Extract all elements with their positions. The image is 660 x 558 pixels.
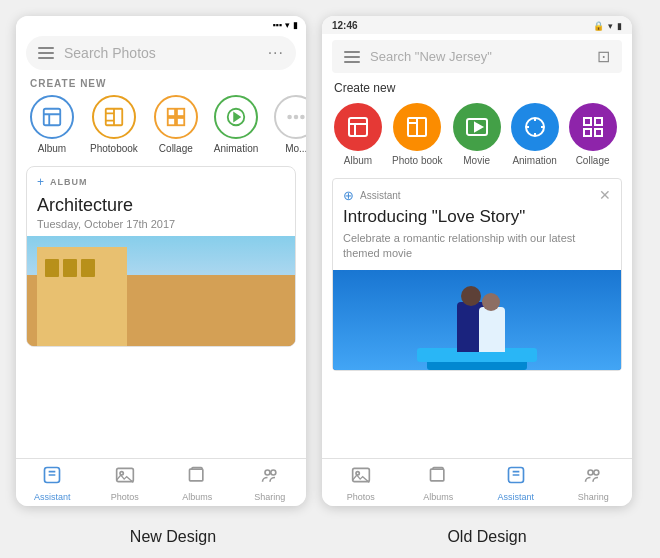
nd-nav-albums-label: Albums (182, 492, 212, 502)
nd-create-animation[interactable]: Animation (214, 95, 258, 154)
building-right (225, 286, 275, 346)
battery-icon: ▮ (617, 21, 622, 31)
nd-photobook-label: Photobook (90, 143, 138, 154)
nd-create-collage[interactable]: Collage (154, 95, 198, 154)
od-movie-label: Movie (463, 155, 490, 166)
nd-album-date: Tuesday, October 17th 2017 (27, 218, 295, 236)
od-assistant-desc: Celebrate a romantic relationship with o… (333, 231, 621, 270)
cast-icon[interactable]: ⊡ (597, 47, 610, 66)
od-assistant-tag: Assistant (360, 190, 401, 201)
svg-point-10 (289, 116, 292, 119)
od-nav-photos-label: Photos (347, 492, 375, 502)
svg-rect-31 (595, 129, 602, 136)
nd-nav-albums[interactable]: Albums (161, 465, 234, 502)
albums-nav-icon (187, 465, 207, 490)
window (45, 259, 59, 277)
od-sharing-nav-icon (583, 465, 603, 490)
svg-point-19 (265, 470, 270, 475)
window (63, 259, 77, 277)
sharing-nav-icon (260, 465, 280, 490)
animation-icon (214, 95, 258, 139)
svg-point-11 (295, 116, 298, 119)
nd-album-card[interactable]: + ALBUM Architecture Tuesday, October 17… (26, 166, 296, 347)
photobook-icon (92, 95, 136, 139)
nd-status-icons: ▪▪▪ ▾ ▮ (272, 20, 298, 30)
od-person1-head (461, 286, 481, 306)
od-nav-sharing[interactable]: Sharing (555, 465, 633, 502)
collage-icon (154, 95, 198, 139)
od-album-icon (334, 103, 382, 151)
nd-album-tag: ALBUM (50, 177, 88, 187)
svg-rect-0 (44, 109, 61, 126)
od-assistant-header: ⊕ Assistant ✕ (333, 179, 621, 207)
od-photos-nav-icon (351, 465, 371, 490)
od-status-icons: 🔒 ▾ ▮ (593, 21, 622, 31)
lock-icon: 🔒 (593, 21, 604, 31)
more-icon[interactable]: ··· (268, 44, 284, 62)
windows (37, 255, 127, 281)
main-container: ▪▪▪ ▾ ▮ Search Photos ··· CREATE NEW Alb… (0, 0, 660, 522)
od-nav-photos[interactable]: Photos (322, 465, 400, 502)
od-create-movie[interactable]: Movie (453, 103, 501, 166)
od-assistant-card[interactable]: ⊕ Assistant ✕ Introducing "Love Story" C… (332, 178, 622, 371)
od-create-photobook[interactable]: Photo book (392, 103, 443, 166)
nd-collage-label: Collage (159, 143, 193, 154)
od-search-bar[interactable]: Search "New Jersey" ⊡ (332, 40, 622, 73)
od-create-album[interactable]: Album (334, 103, 382, 166)
window (81, 259, 95, 277)
nd-create-photobook[interactable]: Photobook (90, 95, 138, 154)
battery-icon: ▮ (293, 20, 298, 30)
nd-nav-sharing-label: Sharing (254, 492, 285, 502)
od-person2-head (482, 293, 500, 311)
album-icon (30, 95, 74, 139)
od-albums-nav-icon (428, 465, 448, 490)
svg-point-39 (594, 470, 599, 475)
od-scene (333, 270, 621, 370)
svg-rect-21 (349, 118, 367, 136)
nd-nav-assistant[interactable]: Assistant (16, 465, 89, 502)
od-assistant-icon: ⊕ (343, 188, 354, 203)
nd-create-more[interactable]: Mo... (274, 95, 306, 154)
od-bench-legs (427, 362, 527, 370)
od-hamburger-icon[interactable] (344, 51, 360, 63)
old-design-phone: 12:46 🔒 ▾ ▮ Search "New Jersey" ⊡ Create… (322, 16, 632, 506)
nd-search-input[interactable]: Search Photos (64, 45, 258, 61)
od-status-bar: 12:46 🔒 ▾ ▮ (322, 16, 632, 34)
od-bottom-nav: Photos Albums Assistant Sharing (322, 458, 632, 506)
od-movie-icon (453, 103, 501, 151)
plus-icon: + (37, 175, 44, 189)
od-animation-icon (511, 103, 559, 151)
nd-create-album[interactable]: Album (30, 95, 74, 154)
od-photobook-label: Photo book (392, 155, 443, 166)
assistant-nav-icon (42, 465, 62, 490)
nd-album-label: Album (38, 143, 66, 154)
nd-nav-photos[interactable]: Photos (89, 465, 162, 502)
hamburger-icon[interactable] (38, 47, 54, 59)
wifi-icon: ▾ (285, 20, 290, 30)
nd-album-title: Architecture (27, 193, 295, 218)
od-nav-assistant[interactable]: Assistant (477, 465, 555, 502)
od-create-animation[interactable]: Animation (511, 103, 559, 166)
od-animation-label: Animation (512, 155, 556, 166)
od-nav-assistant-label: Assistant (497, 492, 534, 502)
od-nav-albums[interactable]: Albums (400, 465, 478, 502)
nd-search-bar[interactable]: Search Photos ··· (26, 36, 296, 70)
od-person2-body (479, 307, 505, 352)
new-design-phone: ▪▪▪ ▾ ▮ Search Photos ··· CREATE NEW Alb… (16, 16, 306, 506)
nd-animation-label: Animation (214, 143, 258, 154)
nd-create-row: Album Photobook Collage An (16, 95, 306, 166)
nd-nav-sharing[interactable]: Sharing (234, 465, 307, 502)
nd-status-bar: ▪▪▪ ▾ ▮ (16, 16, 306, 32)
nd-album-header: + ALBUM (27, 167, 295, 193)
building-facade (37, 247, 127, 346)
od-assistant-nav-icon (506, 465, 526, 490)
od-search-input[interactable]: Search "New Jersey" (370, 49, 587, 64)
od-create-row: Album Photo book Movie Animation (322, 103, 632, 178)
od-collage-icon (569, 103, 617, 151)
new-design-label: New Design (16, 528, 330, 546)
od-close-icon[interactable]: ✕ (599, 187, 611, 203)
svg-rect-18 (190, 469, 203, 481)
od-create-collage[interactable]: Collage (569, 103, 617, 166)
svg-rect-29 (595, 118, 602, 125)
svg-rect-5 (177, 109, 184, 116)
